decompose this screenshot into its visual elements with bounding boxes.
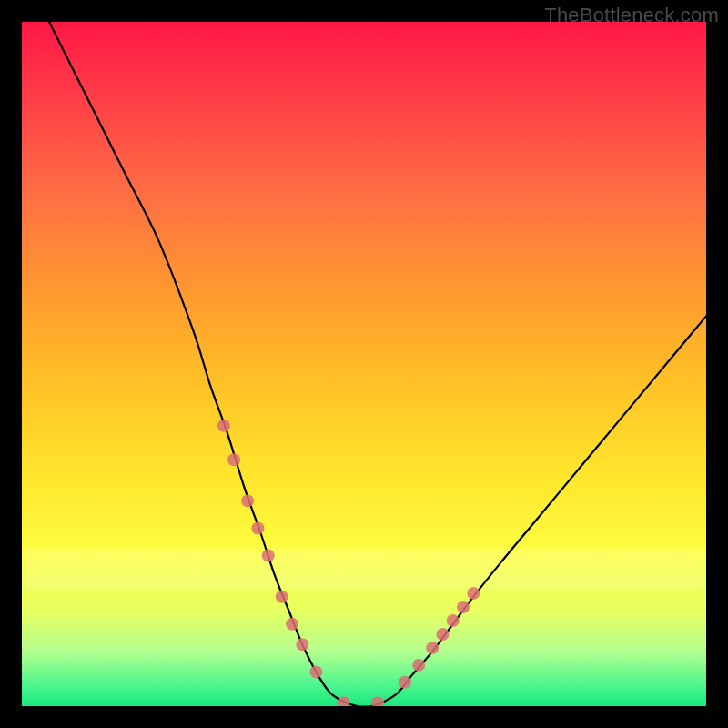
plot-area: [22, 22, 706, 706]
bottleneck-curve: [49, 22, 706, 706]
marker-dot: [371, 696, 384, 706]
watermark-text: TheBottleneck.com: [544, 4, 719, 27]
marker-dot: [447, 614, 460, 627]
marker-dot: [217, 420, 230, 432]
chart-frame: TheBottleneck.com: [0, 0, 728, 728]
marker-dots: [217, 420, 480, 706]
marker-dot: [228, 453, 240, 466]
marker-dot: [276, 591, 288, 603]
marker-dot: [426, 642, 439, 654]
marker-dot: [457, 601, 470, 613]
marker-dot: [286, 618, 298, 631]
marker-dot: [241, 494, 254, 507]
marker-dot: [296, 638, 308, 651]
marker-dot: [436, 628, 449, 641]
marker-dot: [399, 676, 411, 689]
marker-dot: [337, 696, 349, 706]
marker-dot: [262, 550, 275, 562]
marker-dot: [251, 521, 264, 534]
marker-dot: [467, 587, 480, 600]
marker-dot: [309, 665, 322, 678]
curve-layer: [22, 22, 706, 706]
marker-dot: [412, 659, 425, 672]
